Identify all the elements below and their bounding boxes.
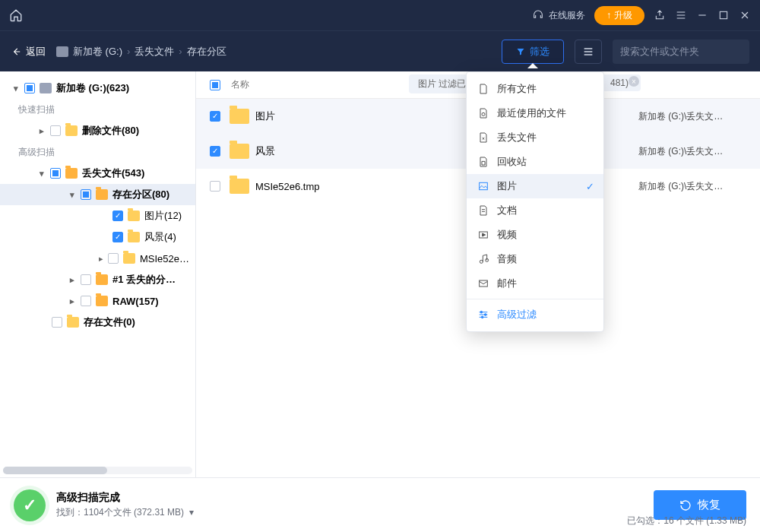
dd-item-lost[interactable]: 丢失文件 xyxy=(467,125,603,150)
collapse-icon[interactable]: ▾ xyxy=(11,84,21,93)
checkbox[interactable] xyxy=(50,125,61,136)
checkbox[interactable] xyxy=(52,317,62,328)
video-icon xyxy=(477,229,489,241)
svg-point-10 xyxy=(481,316,483,318)
tree-node-raw[interactable]: ▸ RAW(157) xyxy=(0,290,195,312)
checkbox[interactable] xyxy=(112,211,123,221)
tree-node-existfile[interactable]: 存在文件(0) xyxy=(0,312,195,333)
tree-node-scenery[interactable]: 风景(4) xyxy=(0,226,195,248)
dd-item-video[interactable]: 视频 xyxy=(467,223,603,247)
dd-item-image[interactable]: 图片✓ xyxy=(467,174,603,198)
filter-dropdown: 所有文件 最近使用的文件 丢失文件 回收站 图片✓ 文档 视频 音频 邮件 高级… xyxy=(466,71,604,332)
minimize-icon[interactable] xyxy=(696,9,708,21)
tree-node-msie[interactable]: ▸ MSIe52e… xyxy=(0,248,195,269)
dd-item-mail[interactable]: 邮件 xyxy=(467,271,603,296)
chevron-down-icon[interactable]: ▾ xyxy=(189,507,194,518)
expand-icon[interactable]: ▸ xyxy=(36,126,47,136)
check-icon: ✓ xyxy=(586,181,594,192)
checkbox[interactable] xyxy=(81,189,91,200)
upgrade-button[interactable]: ↑ 升级 xyxy=(594,6,644,25)
folder-icon xyxy=(123,253,135,264)
checkbox[interactable] xyxy=(108,253,119,264)
search-input[interactable] xyxy=(620,46,748,57)
tree-label: MSIe52e… xyxy=(140,253,189,264)
filter-label: 筛选 xyxy=(530,45,549,59)
dd-item-recycle[interactable]: 回收站 xyxy=(467,150,603,174)
mail-icon xyxy=(477,277,489,290)
crumb-lost[interactable]: 丢失文件 xyxy=(135,45,174,59)
file-name: MSIe52e6.tmp xyxy=(255,181,320,192)
crumb-exist[interactable]: 存在分区 xyxy=(187,45,226,59)
checkbox[interactable] xyxy=(50,168,61,179)
tree-section-quickscan: 快速扫描 xyxy=(0,99,195,120)
dd-item-recent[interactable]: 最近使用的文件 xyxy=(467,101,603,125)
checkbox[interactable] xyxy=(81,274,91,285)
title-bar: 在线服务 ↑ 升级 xyxy=(0,0,760,30)
checkbox[interactable] xyxy=(210,146,220,157)
file-path: 新加卷 (G:)\丢失文… xyxy=(638,181,723,192)
folder-icon xyxy=(65,168,78,179)
expand-icon[interactable]: ▸ xyxy=(97,254,105,264)
arrow-left-icon xyxy=(11,46,21,57)
tree-node-pic[interactable]: 图片(12) xyxy=(0,205,195,226)
maximize-icon[interactable] xyxy=(717,9,730,21)
dd-item-audio[interactable]: 音频 xyxy=(467,247,603,271)
folder-icon xyxy=(96,296,108,306)
checkbox[interactable] xyxy=(81,296,91,306)
svg-point-9 xyxy=(484,314,486,316)
dd-item-advanced[interactable]: 高级过滤 xyxy=(467,302,603,327)
share-icon[interactable] xyxy=(654,9,666,21)
tree-node-lostpart[interactable]: ▸ #1 丢失的分… xyxy=(0,269,195,290)
chevron-right-icon: › xyxy=(179,46,182,57)
document-icon xyxy=(477,204,489,217)
scan-status-title: 高级扫描完成 xyxy=(56,491,194,505)
col-name-label[interactable]: 名称 xyxy=(231,78,249,91)
tree-label: #1 丢失的分… xyxy=(112,273,176,287)
close-icon[interactable] xyxy=(739,9,751,21)
select-all-checkbox[interactable] xyxy=(210,80,220,90)
search-box[interactable] xyxy=(613,40,749,64)
checkbox[interactable] xyxy=(210,111,220,122)
expand-icon[interactable]: ▸ xyxy=(67,296,78,306)
tree-label: 丢失文件(543) xyxy=(82,166,144,180)
collapse-icon[interactable]: ▾ xyxy=(36,169,47,179)
h-scrollbar[interactable] xyxy=(3,467,192,474)
svg-point-5 xyxy=(480,260,483,263)
checkbox[interactable] xyxy=(210,181,220,192)
collapse-icon[interactable]: ▾ xyxy=(67,190,78,200)
tree-node-lost[interactable]: ▾ 丢失文件(543) xyxy=(0,163,195,184)
checkbox[interactable] xyxy=(24,83,35,93)
online-service-link[interactable]: 在线服务 xyxy=(532,9,585,22)
sliders-icon xyxy=(477,309,489,321)
folder-icon xyxy=(96,274,108,285)
dd-item-all[interactable]: 所有文件 xyxy=(467,77,603,101)
tree-node-root[interactable]: ▾ 新加卷 (G:)(623) xyxy=(0,78,195,99)
recycle-icon xyxy=(477,156,489,168)
funnel-icon xyxy=(516,47,525,56)
tree-section-advscan: 高级扫描 xyxy=(0,141,195,163)
online-service-label: 在线服务 xyxy=(549,9,585,22)
expand-icon[interactable]: ▸ xyxy=(67,275,78,285)
svg-rect-0 xyxy=(720,11,727,18)
tree-node-deleted[interactable]: ▸ 删除文件(80) xyxy=(0,120,195,141)
menu-icon[interactable] xyxy=(675,9,687,21)
up-arrow-icon: ↑ xyxy=(606,10,611,21)
back-button[interactable]: 返回 xyxy=(11,45,46,59)
filter-count-tag: 481) × xyxy=(603,74,641,91)
file-path: 新加卷 (G:)\丢失文… xyxy=(638,111,723,122)
tree-node-exist-partition[interactable]: ▾ 存在分区(80) xyxy=(0,184,195,205)
filter-button[interactable]: 筛选 xyxy=(502,40,564,64)
home-icon[interactable] xyxy=(9,8,23,22)
crumb-drive[interactable]: 新加卷 (G:) xyxy=(73,45,122,59)
checkbox[interactable] xyxy=(112,232,123,242)
dd-item-doc[interactable]: 文档 xyxy=(467,198,603,223)
file-name: 图片 xyxy=(255,109,275,123)
svg-point-2 xyxy=(482,112,485,116)
svg-rect-3 xyxy=(480,182,488,189)
clear-filter-icon[interactable]: × xyxy=(629,76,639,87)
viewmode-button[interactable] xyxy=(575,40,602,64)
clock-file-icon xyxy=(477,107,489,119)
tree-label: 删除文件(80) xyxy=(82,124,139,138)
list-icon xyxy=(582,46,594,58)
tree-label: 新加卷 (G:)(623) xyxy=(56,81,129,95)
